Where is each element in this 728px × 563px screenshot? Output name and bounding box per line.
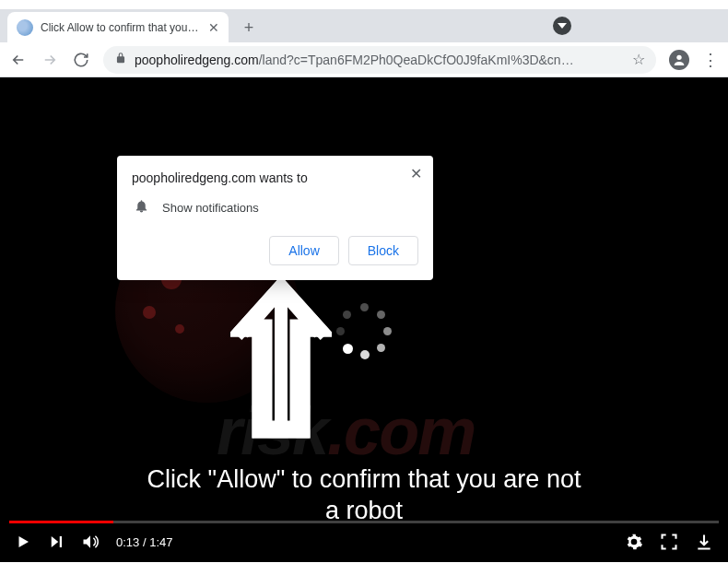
- popup-title: poopholiredgeng.com wants to: [132, 170, 418, 185]
- svg-point-0: [676, 54, 681, 59]
- lock-icon: [114, 52, 127, 68]
- profile-button[interactable]: [669, 50, 689, 70]
- next-button[interactable]: [48, 534, 65, 550]
- tab-close-button[interactable]: ✕: [208, 20, 219, 35]
- instruction-text: Click "Allow" to confirm that you are no…: [138, 464, 590, 527]
- up-arrow-icon: [230, 276, 332, 441]
- play-button[interactable]: [15, 534, 31, 550]
- download-button[interactable]: [695, 533, 713, 551]
- bookmark-star-icon[interactable]: ☆: [632, 51, 645, 68]
- address-bar[interactable]: poopholiredgeng.com/land?c=Tpan6FM2Ph0Qe…: [103, 46, 656, 74]
- page-content: PC risk.com Click "Allow" to confirm tha…: [0, 77, 728, 562]
- reload-button[interactable]: [72, 51, 90, 69]
- video-controls: 0:13 / 1:47: [0, 522, 728, 562]
- forward-button[interactable]: [41, 51, 59, 69]
- popup-close-button[interactable]: ✕: [410, 165, 422, 182]
- browser-tab[interactable]: Click Allow to confirm that you a… ✕: [7, 12, 229, 42]
- allow-button[interactable]: Allow: [269, 236, 338, 265]
- notification-permission-popup: ✕ poopholiredgeng.com wants to Show noti…: [117, 156, 433, 280]
- volume-button[interactable]: [81, 533, 100, 551]
- favicon-icon: [17, 19, 33, 36]
- settings-button[interactable]: [625, 533, 643, 551]
- video-time: 0:13 / 1:47: [116, 535, 172, 549]
- tab-strip: Click Allow to confirm that you a… ✕ +: [0, 9, 728, 42]
- menu-button[interactable]: ⋮: [702, 50, 719, 70]
- loading-spinner-icon: [336, 303, 392, 358]
- new-tab-button[interactable]: +: [236, 15, 262, 41]
- tab-title: Click Allow to confirm that you a…: [41, 21, 201, 34]
- permission-label: Show notifications: [162, 201, 259, 215]
- incognito-icon: [553, 17, 571, 35]
- bell-icon: [134, 198, 149, 217]
- back-button[interactable]: [9, 51, 28, 69]
- block-button[interactable]: Block: [348, 236, 418, 265]
- url-text: poopholiredgeng.com/land?c=Tpan6FM2Ph0Qe…: [135, 53, 625, 67]
- fullscreen-button[interactable]: [660, 533, 678, 551]
- toolbar: poopholiredgeng.com/land?c=Tpan6FM2Ph0Qe…: [0, 42, 728, 77]
